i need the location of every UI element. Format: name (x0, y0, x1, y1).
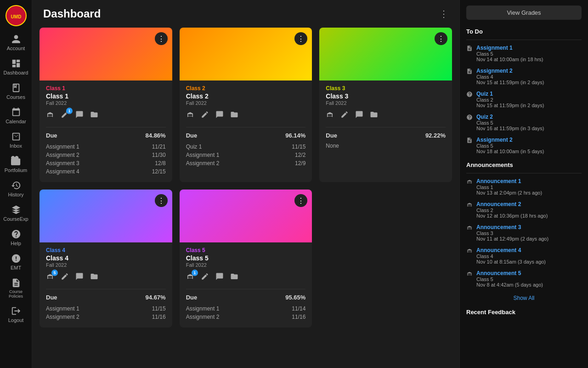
announcements-icon[interactable] (46, 110, 54, 121)
page-title: Dashboard (43, 7, 101, 20)
announcement-class: Class 4 (476, 253, 546, 259)
todo-item: Assignment 2 Class 5 Nov 18 at 10:00am (… (466, 137, 582, 154)
chat-icon[interactable] (215, 110, 224, 121)
announcements-icon[interactable]: 1 (186, 272, 194, 282)
announcement-class: Class 5 (476, 276, 543, 282)
announcement-icon (466, 270, 473, 278)
edit-icon[interactable] (201, 272, 209, 282)
sidebar-item-help[interactable]: Help (0, 225, 32, 250)
show-all-button[interactable]: Show All (466, 295, 582, 301)
todo-item: Quiz 1 Class 2 Nov 15 at 11:59pm (in 2 d… (466, 91, 582, 108)
sidebar-item-emt[interactable]: EMT (0, 250, 32, 274)
card-class-shortname: Class 3 (326, 85, 446, 92)
sidebar-label-logout: Logout (8, 317, 24, 323)
announcements-icon[interactable] (186, 110, 194, 121)
assignment-due: 12/9 (295, 160, 305, 167)
university-logo[interactable]: UMD (5, 5, 27, 27)
edit-icon[interactable] (201, 110, 209, 121)
assignment-row: Assignment 2 12/9 (186, 159, 306, 167)
announcement-title[interactable]: Announcement 2 (476, 201, 548, 207)
sidebar-item-coursepolicies[interactable]: Course Policies (0, 274, 32, 302)
folder-icon[interactable] (230, 272, 238, 282)
chat-icon[interactable] (75, 110, 84, 121)
view-grades-button[interactable]: View Grades (466, 6, 582, 20)
sidebar-label-emt: EMT (11, 265, 21, 270)
announcement-title[interactable]: Announcement 5 (476, 270, 543, 276)
sidebar-label-courseexp: CourseExp (3, 216, 28, 222)
due-label: Due (46, 294, 57, 301)
announcement-class: Class 1 (476, 184, 542, 190)
folder-icon[interactable] (90, 110, 98, 121)
card-menu-button[interactable]: ⋮ (155, 194, 168, 207)
todo-item: Assignment 1 Class 5 Nov 14 at 10:00am (… (466, 45, 582, 62)
card-score: 95.65% (285, 294, 305, 301)
assignment-row: Assignment 3 12/8 (46, 159, 166, 167)
quiz-icon (466, 114, 473, 122)
course-card-class2[interactable]: ⋮ Class 2 Class 2 Fall 2022 (180, 28, 312, 182)
course-card-class5[interactable]: ⋮ Class 5 Class 5 Fall 2022 1 (180, 190, 312, 328)
folder-icon[interactable] (370, 110, 378, 121)
card-banner: ⋮ (40, 190, 172, 242)
announcements-icon[interactable] (326, 110, 334, 121)
course-card-class3[interactable]: ⋮ Class 3 Class 3 Fall 2022 (319, 28, 452, 182)
card-menu-button[interactable]: ⋮ (294, 32, 307, 45)
todo-title[interactable]: Quiz 1 (476, 91, 544, 97)
edit-icon[interactable] (340, 110, 349, 121)
announcement-title[interactable]: Announcement 4 (476, 247, 546, 253)
no-assignments: None (326, 143, 446, 149)
todo-title[interactable]: Quiz 2 (476, 114, 544, 120)
card-class-shortname: Class 5 (186, 247, 306, 253)
todo-title[interactable]: Assignment 2 (476, 68, 544, 74)
announcement-title[interactable]: Announcement 3 (476, 224, 548, 230)
card-body: Class 5 Class 5 Fall 2022 1 (180, 242, 312, 328)
edit-icon[interactable] (61, 272, 69, 282)
sidebar-item-courses[interactable]: Courses (0, 79, 32, 104)
announcements-section-title: Announcements (466, 161, 582, 168)
quiz-icon (466, 91, 473, 99)
card-class-fullname: Class 4 (46, 254, 166, 262)
todo-title[interactable]: Assignment 1 (476, 45, 543, 51)
main-content: Dashboard ⋮ ⋮ Class 1 Class 1 Fall 2022 … (32, 0, 459, 368)
todo-time: Nov 15 at 11:59pm (in 2 days) (476, 103, 544, 108)
sidebar-item-dashboard[interactable]: Dashboard (0, 55, 32, 79)
assignment-name: Assignment 1 (46, 305, 79, 312)
folder-icon[interactable] (90, 272, 98, 282)
assignment-name: Quiz 1 (186, 144, 202, 150)
chat-icon[interactable] (355, 110, 363, 121)
card-action-icons (326, 110, 446, 121)
more-options-button[interactable]: ⋮ (439, 8, 448, 19)
chat-icon[interactable] (215, 272, 224, 282)
todo-section-title: To Do (466, 28, 582, 35)
todo-title[interactable]: Assignment 2 (476, 137, 544, 143)
announcements-icon[interactable]: 5 (46, 272, 54, 282)
todo-class: Class 5 (476, 51, 543, 57)
assignment-due: 12/2 (295, 152, 305, 158)
card-due-row: Due 84.86% (46, 132, 166, 139)
announcement-title[interactable]: Announcement 1 (476, 178, 542, 184)
sidebar-item-inbox[interactable]: Inbox (0, 128, 32, 152)
assignment-row: Assignment 2 11/16 (46, 313, 166, 321)
announcement-icon (466, 247, 473, 255)
sidebar-item-account[interactable]: Account (0, 30, 32, 55)
chat-icon[interactable] (75, 272, 84, 282)
card-menu-button[interactable]: ⋮ (155, 32, 168, 45)
card-term: Fall 2022 (186, 100, 306, 106)
card-menu-button[interactable]: ⋮ (435, 32, 447, 45)
card-menu-button[interactable]: ⋮ (294, 194, 307, 207)
assignment-due: 11/16 (152, 314, 166, 320)
announcement-class: Class 2 (476, 207, 548, 213)
sidebar-item-calendar[interactable]: Calendar (0, 104, 32, 128)
course-card-class1[interactable]: ⋮ Class 1 Class 1 Fall 2022 1 (40, 28, 172, 182)
announcement-time: Nov 8 at 4:42am (5 days ago) (476, 282, 543, 288)
announcement-item: Announcement 3 Class 3 Nov 11 at 12:49pm… (466, 224, 582, 242)
sidebar-item-logout[interactable]: Logout (0, 302, 32, 327)
card-body: Class 1 Class 1 Fall 2022 1 (40, 80, 172, 182)
course-card-class4[interactable]: ⋮ Class 4 Class 4 Fall 2022 5 (40, 190, 172, 328)
sidebar-item-portfolium[interactable]: Portfolium (0, 152, 32, 177)
sidebar-item-history[interactable]: History (0, 177, 32, 201)
folder-icon[interactable] (230, 110, 238, 121)
card-body: Class 4 Class 4 Fall 2022 5 (40, 242, 172, 328)
card-class-fullname: Class 5 (186, 254, 306, 262)
sidebar-item-courseexp[interactable]: CourseExp (0, 201, 32, 225)
edit-icon[interactable]: 1 (61, 110, 69, 121)
